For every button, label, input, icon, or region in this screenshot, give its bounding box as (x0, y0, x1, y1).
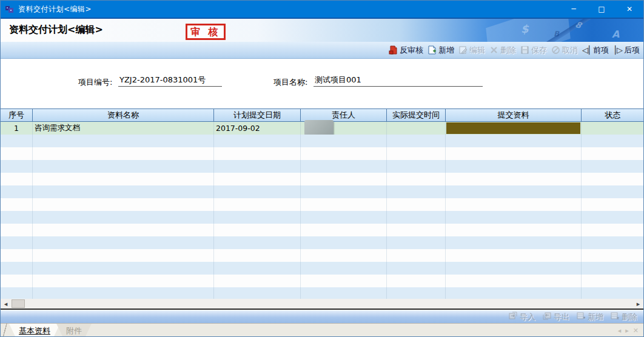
save-icon (520, 45, 529, 55)
new-icon (427, 45, 437, 55)
cancel-icon (551, 45, 560, 55)
scrollbar-thumb[interactable] (12, 299, 25, 308)
empty-cell (582, 135, 643, 147)
empty-cell (446, 147, 582, 160)
empty-cell (446, 198, 582, 211)
table-row[interactable]: 1咨询需求文档2017-09-02 (1, 122, 643, 135)
empty-cell (446, 173, 582, 185)
toolbar-button-label: 删除 (500, 45, 516, 56)
close-button[interactable]: ✕ (615, 1, 643, 18)
empty-cell (301, 262, 387, 275)
tab-scroll-right-icon[interactable]: ▸ (625, 327, 629, 335)
tab-scroll-left-icon[interactable]: ◂ (618, 327, 622, 335)
column-header[interactable]: 提交资料 (446, 109, 582, 121)
project-name-label: 项目名称: (273, 77, 307, 88)
submit-material-filled-cell[interactable] (446, 122, 580, 134)
empty-cell (387, 173, 446, 185)
empty-cell (387, 135, 446, 147)
next-button[interactable]: │▷后项 (611, 44, 642, 57)
decor-eight-glyph: 8 (574, 19, 583, 30)
column-header[interactable]: 计划提交日期 (214, 109, 301, 121)
export-button[interactable]: 导出 (543, 312, 569, 322)
tab-label: 基本资料 (19, 325, 50, 336)
tab-basic-info[interactable]: 基本资料 (9, 324, 60, 337)
scroll-right-button[interactable]: ▸ (633, 299, 643, 309)
empty-cell (1, 211, 33, 224)
empty-cell (33, 236, 214, 249)
empty-cell (387, 275, 446, 287)
toolbar-button-label: 保存 (531, 45, 547, 56)
table-cell[interactable] (301, 122, 387, 135)
import-button[interactable]: 导入 (509, 312, 535, 322)
empty-cell (33, 135, 214, 147)
empty-cell (301, 198, 387, 211)
empty-cell (582, 211, 643, 224)
edit-button[interactable]: 编辑 (456, 44, 487, 57)
save-button[interactable]: 保存 (518, 44, 549, 57)
column-header[interactable]: 序号 (1, 109, 33, 121)
minimize-button[interactable]: ─ (560, 1, 588, 18)
import-icon (509, 312, 517, 322)
empty-cell (33, 249, 214, 262)
empty-cell (582, 147, 643, 160)
empty-cell (33, 275, 214, 287)
tab-close-icon[interactable]: ✕ (633, 327, 639, 335)
empty-cell (214, 198, 301, 211)
table-cell[interactable] (387, 122, 446, 135)
empty-cell (446, 160, 582, 173)
table-cell[interactable]: 2017-09-02 (214, 122, 301, 135)
table-cell[interactable] (446, 122, 582, 135)
empty-cell (301, 275, 387, 287)
cancel-button[interactable]: 取消 (549, 44, 580, 57)
remove-button[interactable]: 删除 (611, 312, 637, 322)
column-header[interactable]: 资料名称 (33, 109, 214, 121)
column-header[interactable]: 责任人 (301, 109, 387, 121)
empty-cell (1, 185, 33, 198)
empty-cell (446, 185, 582, 198)
column-header[interactable]: 实际提交时间 (387, 109, 446, 121)
tab-label: 附件 (66, 325, 82, 336)
empty-cell (214, 185, 301, 198)
cell-text: 2017-09-02 (216, 124, 260, 133)
empty-cell (387, 147, 446, 160)
new-button[interactable]: 新增 (425, 44, 456, 57)
window-title: 资料交付计划<编辑> (18, 4, 92, 15)
empty-cell (301, 211, 387, 224)
project-name-field[interactable]: 测试项目001 (314, 75, 483, 87)
empty-table-row (1, 211, 643, 224)
empty-cell (387, 262, 446, 275)
column-header[interactable]: 状态 (582, 109, 643, 121)
empty-cell (387, 160, 446, 173)
empty-table-row (1, 198, 643, 211)
horizontal-scrollbar[interactable]: ◂ ▸ (1, 299, 643, 310)
tab-attachments[interactable]: 附件 (56, 324, 92, 337)
empty-cell (446, 287, 582, 299)
unapprove-button[interactable]: 反审核 (386, 44, 425, 57)
table-cell[interactable]: 1 (1, 122, 33, 135)
empty-cell (214, 173, 301, 185)
cell-text: 咨询需求文档 (35, 123, 80, 133)
add-button[interactable]: 新增 (577, 312, 603, 322)
project-no-field[interactable]: YZJ2-2017-0831001号 (118, 75, 222, 87)
page-header: $ 8 A B 资料交付计划<编辑> 审 核 (1, 19, 643, 42)
table-cell[interactable]: 咨询需求文档 (33, 122, 214, 135)
scroll-left-button[interactable]: ◂ (1, 299, 11, 309)
empty-cell (33, 262, 214, 275)
empty-cell (301, 147, 387, 160)
toolbar-button-label: 后项 (624, 45, 640, 56)
form-area: 项目编号: YZJ2-2017-0831001号 项目名称: 测试项目001 (1, 59, 643, 108)
empty-cell (1, 236, 33, 249)
empty-cell (446, 211, 582, 224)
empty-cell (214, 147, 301, 160)
toolbar-button-label: 编辑 (469, 45, 485, 56)
add-row-icon (577, 312, 585, 322)
table-cell[interactable] (582, 122, 643, 135)
empty-cell (1, 287, 33, 299)
remove-row-icon (611, 312, 619, 322)
delete-button[interactable]: 删除 (487, 44, 518, 57)
maximize-button[interactable]: □ (588, 1, 615, 18)
project-no-label: 项目编号: (78, 77, 112, 88)
prev-button[interactable]: ◁│前项 (580, 44, 611, 57)
empty-cell (214, 262, 301, 275)
empty-table-row (1, 236, 643, 249)
